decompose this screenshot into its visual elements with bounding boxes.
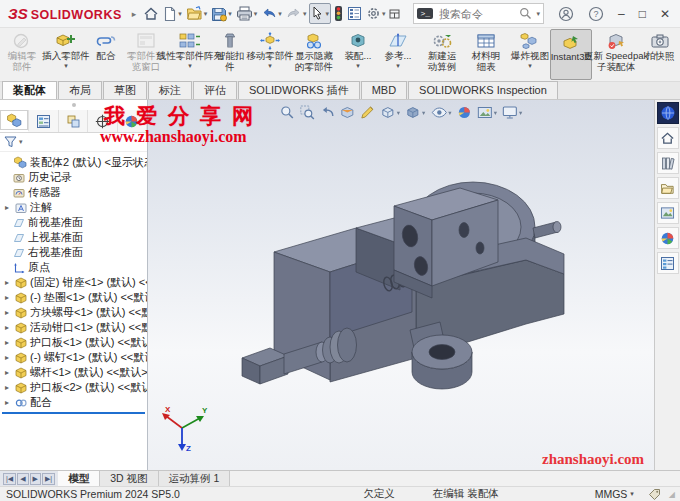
caret-down-icon[interactable]: ▾ <box>188 62 192 69</box>
xpress-products-button[interactable] <box>388 6 401 22</box>
nav-last-button[interactable]: ▶| <box>42 473 55 485</box>
expand-icon[interactable]: ▸ <box>3 203 11 212</box>
tab-3d-views[interactable]: 3D 视图 <box>100 471 158 486</box>
caret-down-icon[interactable]: ▾ <box>519 109 522 117</box>
insert-component-button[interactable]: 插入零部件 ▾ <box>46 29 86 80</box>
nav-first-button[interactable]: |◀ <box>3 473 16 485</box>
tab-configurationmanager[interactable] <box>59 110 88 132</box>
caret-down-icon[interactable]: ▾ <box>278 10 282 18</box>
tree-item-front-plane[interactable]: 前视基准面 <box>0 215 147 230</box>
expand-icon[interactable]: ▸ <box>3 398 11 407</box>
tree-item-origin[interactable]: 原点 <box>0 260 147 275</box>
tab-layout[interactable]: 布局 <box>58 81 102 99</box>
tree-item-jaw-plate-2[interactable]: ▸ 护口板<2> (默认) <<默认 <box>0 380 147 395</box>
rollback-bar[interactable] <box>2 412 145 414</box>
resize-grip[interactable]: ◢ <box>669 490 676 499</box>
caret-down-icon[interactable]: ▾ <box>528 62 532 69</box>
tab-displaymanager[interactable] <box>118 110 147 132</box>
tree-item-history[interactable]: 历史记录 <box>0 170 147 185</box>
vise-model[interactable] <box>226 162 576 412</box>
tree-item-jaw-plate-1[interactable]: ▸ 护口板<1> (默认) <<默认 <box>0 335 147 350</box>
expand-icon[interactable]: ▸ <box>3 323 11 332</box>
expand-icon[interactable]: ▸ <box>3 383 11 392</box>
tab-featuremanager[interactable] <box>0 110 29 132</box>
mate-button[interactable]: 配合 <box>86 29 126 80</box>
edit-appearance-button[interactable] <box>456 104 473 121</box>
caret-down-icon[interactable]: ▾ <box>254 10 258 18</box>
tab-motion-study-1[interactable]: 运动算例 1 <box>159 471 231 486</box>
3dexperience-button[interactable] <box>657 102 679 124</box>
open-document-button[interactable]: ▾ <box>185 4 209 23</box>
exploded-view-button[interactable]: 爆炸视图 ▾ <box>510 29 550 80</box>
caret-down-icon[interactable]: ▾ <box>494 109 497 117</box>
assembly-features-button[interactable]: 装配... ▾ <box>338 29 378 80</box>
apply-scene-button[interactable]: ▾ <box>476 104 498 121</box>
tab-inspection[interactable]: SOLIDWORKS Inspection <box>408 81 558 99</box>
close-button[interactable]: ✕ <box>660 7 670 21</box>
tree-item-top-plane[interactable]: 上视基准面 <box>0 230 147 245</box>
caret-down-icon[interactable]: ▾ <box>204 10 208 18</box>
command-search-box[interactable]: >_ ▾ <box>413 3 544 24</box>
edit-component-button[interactable]: 编辑零 部件 <box>2 29 42 80</box>
expand-icon[interactable]: ▸ <box>3 308 11 317</box>
view-palette-button[interactable] <box>657 202 679 224</box>
display-style-button[interactable]: ▾ <box>404 104 426 121</box>
expand-icon[interactable]: ▸ <box>3 338 11 347</box>
hide-show-items-button[interactable]: ▾ <box>429 104 452 121</box>
expand-icon[interactable]: ▸ <box>3 353 11 362</box>
tree-item-vise-base[interactable]: ▸ (固定) 钳座<1> (默认) <<默 <box>0 275 147 290</box>
maximize-button[interactable]: □ <box>639 7 646 21</box>
appearances-scenes-button[interactable] <box>657 227 679 249</box>
redo-button[interactable]: ▾ <box>285 5 308 23</box>
options-button[interactable]: ▾ <box>365 4 387 23</box>
tab-propertymanager[interactable] <box>29 110 58 132</box>
tab-dimxpertmanager[interactable] <box>88 110 117 132</box>
tree-item-screw[interactable]: ▸ (-) 螺钉<1> (默认) <<默认 <box>0 350 147 365</box>
tree-item-movable-jaw[interactable]: ▸ 活动钳口<1> (默认) <<默 <box>0 320 147 335</box>
caret-down-icon[interactable]: ▾ <box>228 10 232 18</box>
dynamic-annotation-button[interactable] <box>359 104 376 121</box>
filter-funnel-icon[interactable] <box>4 136 17 148</box>
filter-caret-icon[interactable]: ▾ <box>19 138 23 146</box>
caret-down-icon[interactable]: ▾ <box>397 109 400 117</box>
nav-prev-button[interactable]: ◀ <box>17 473 28 485</box>
caret-down-icon[interactable]: ▾ <box>382 10 386 18</box>
caret-down-icon[interactable]: ▾ <box>268 62 272 69</box>
account-icon[interactable] <box>558 6 574 22</box>
smart-fasteners-button[interactable]: 智能扣 件 <box>210 29 250 80</box>
file-properties-button[interactable] <box>346 4 363 23</box>
tree-item-sensors[interactable]: 传感器 <box>0 185 147 200</box>
tab-evaluate[interactable]: 评估 <box>193 81 237 99</box>
tree-item-square-nut[interactable]: ▸ 方块螺母<1> (默认) <<默 <box>0 305 147 320</box>
panel-splitter-handle[interactable] <box>0 100 147 110</box>
linear-component-pattern-button[interactable]: 线性零部件阵列 ▾ <box>170 29 210 80</box>
menu-flyout-icon[interactable]: ▸ <box>132 9 137 19</box>
caret-down-icon[interactable]: ▾ <box>396 62 400 69</box>
tree-item-right-plane[interactable]: 右视基准面 <box>0 245 147 260</box>
home-button[interactable] <box>142 4 160 24</box>
file-explorer-button[interactable] <box>657 177 679 199</box>
section-view-button[interactable] <box>339 104 356 121</box>
search-caret-icon[interactable]: ▾ <box>536 10 540 18</box>
units-selector[interactable]: MMGS ▾ <box>595 488 634 500</box>
tab-model[interactable]: 模型 <box>58 471 100 486</box>
print-button[interactable]: ▾ <box>235 4 259 23</box>
caret-down-icon[interactable]: ▾ <box>178 10 182 18</box>
update-speedpak-button[interactable]: 更新 Speedpak 子装配体 <box>596 29 636 80</box>
nav-next-button[interactable]: ▶ <box>30 473 41 485</box>
minimize-button[interactable]: – <box>618 7 625 21</box>
caret-down-icon[interactable]: ▾ <box>448 109 451 117</box>
select-tool-button[interactable]: ▾ <box>309 3 331 24</box>
tags-button[interactable] <box>648 488 661 500</box>
new-motion-study-button[interactable]: 新建运 动算例 <box>422 29 462 80</box>
tab-assembly[interactable]: 装配体 <box>2 81 57 99</box>
tab-sketch[interactable]: 草图 <box>103 81 147 99</box>
move-component-button[interactable]: 移动零部件 ▾ <box>250 29 290 80</box>
save-button[interactable]: ▾ <box>210 4 233 24</box>
expand-icon[interactable]: ▸ <box>3 368 11 377</box>
tab-mbd[interactable]: MBD <box>361 81 407 99</box>
search-icon[interactable] <box>519 7 532 20</box>
search-input[interactable] <box>437 7 515 21</box>
take-snapshot-button[interactable]: 拍快照 <box>640 29 680 80</box>
custom-properties-button[interactable] <box>657 252 679 274</box>
